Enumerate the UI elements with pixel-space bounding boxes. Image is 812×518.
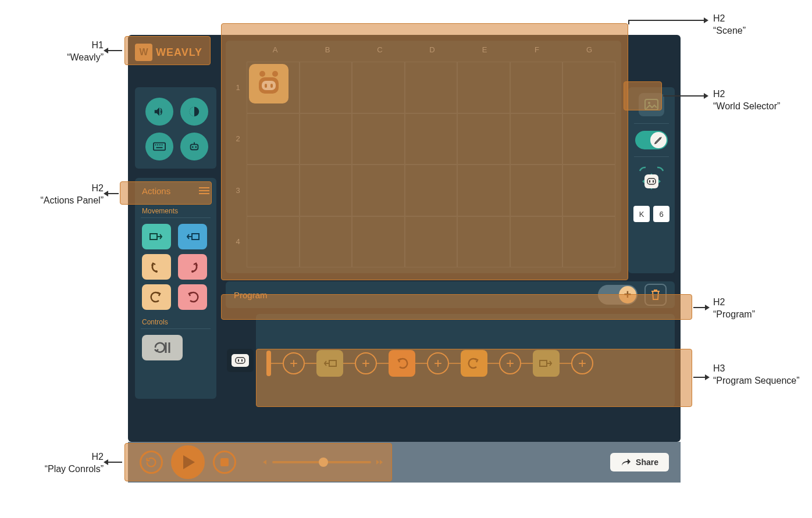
label-h1-weavly: H1 “Weavly” [63,40,104,64]
turn-right-icon [186,260,200,274]
arrow [693,377,705,378]
overlay-scene [221,23,628,280]
turn-right-90-icon [186,290,200,304]
svg-rect-28 [236,358,245,363]
keyboard-icon [153,142,166,151]
turn-left-90-block[interactable] [142,284,171,310]
svg-rect-25 [653,180,654,183]
volume-icon [153,105,166,118]
svg-rect-29 [238,359,239,362]
share-label: Share [636,458,658,467]
label-h2-play-controls: H2 “Play Conrols” [35,451,104,476]
svg-point-9 [195,147,197,148]
arrow-head-left-icon [104,48,108,53]
label-h2-scene: H2 “Scene” [713,13,746,37]
move-forward-block[interactable] [142,224,171,249]
backward-arrow-icon [185,231,200,242]
arrow-head-right-icon [705,374,710,380]
svg-rect-5 [162,144,163,145]
move-backward-block[interactable] [178,224,207,249]
sound-button[interactable] [145,98,173,126]
coord-col-input[interactable]: K [633,206,650,222]
divider [141,217,211,218]
character-dpad[interactable] [634,164,669,199]
turn-left-45-block[interactable] [142,254,171,280]
coord-row-input[interactable]: 6 [653,206,669,222]
loop-icon [151,340,174,355]
svg-rect-6 [156,147,163,148]
keyboard-button[interactable] [145,133,173,160]
settings-panel [135,87,216,169]
arrow [107,50,122,51]
divider [141,328,211,329]
robot-face-icon [232,354,249,367]
dpad-center [644,174,658,188]
contrast-button[interactable] [180,98,208,126]
turn-left-icon [149,260,163,274]
character-preview-toggle[interactable] [227,349,254,372]
loop-block[interactable] [142,335,183,360]
pencil-icon [654,135,663,145]
arrow-head-right-icon [704,17,708,23]
label-h2-world-selector: H2 “World Selector” [713,88,780,113]
controls-label: Controls [135,315,216,327]
pen-toggle[interactable] [635,131,668,149]
overlay-program-sequence [256,349,692,407]
arrow [628,20,704,21]
svg-point-13 [155,270,158,273]
svg-rect-7 [191,144,198,149]
arrow-head-right-icon [704,93,708,99]
overlay-program [221,294,692,320]
arrow-head-left-icon [104,191,108,197]
overlay-actions-panel [120,181,212,205]
svg-rect-24 [649,180,650,183]
contrast-icon [188,105,201,118]
share-icon [621,458,631,467]
robot-icon [188,140,201,153]
svg-rect-12 [192,234,199,240]
forward-arrow-icon [149,231,164,242]
overlay-play-controls [124,443,392,481]
turn-right-90-block[interactable] [178,284,207,310]
svg-rect-23 [647,178,656,184]
svg-point-14 [191,270,194,273]
arrow [663,95,704,97]
divider [634,123,669,124]
robot-button[interactable] [180,133,208,160]
arrow [107,193,119,194]
divider [634,156,669,157]
turn-left-90-icon [149,290,163,304]
svg-rect-4 [159,144,161,145]
arrow-head-right-icon [705,305,710,310]
coord-inputs: K 6 [633,206,669,222]
svg-rect-2 [155,144,156,145]
svg-point-8 [192,147,194,148]
share-button[interactable]: Share [610,453,669,471]
movement-blocks [135,222,216,315]
svg-rect-3 [157,144,158,145]
svg-rect-1 [154,143,165,151]
scene-controls-panel: K 6 [628,87,675,273]
overlay-world-selector [624,81,662,110]
svg-rect-30 [241,359,243,362]
label-h2-actions-panel: H2 “Actions Panel” [40,183,104,207]
movements-label: Movements [135,203,216,216]
overlay-weavly [124,36,211,65]
arrow [107,462,122,463]
label-h3-program-sequence: H3 “Program Sequence” [713,363,800,387]
actions-panel: Actions Movements Controls [135,178,216,399]
control-blocks [135,333,216,365]
svg-rect-11 [150,234,157,240]
label-h2-program: H2 “Program” [713,296,755,321]
arrow [693,307,705,308]
turn-right-45-block[interactable] [178,254,207,280]
arrow-head-left-icon [104,459,108,465]
